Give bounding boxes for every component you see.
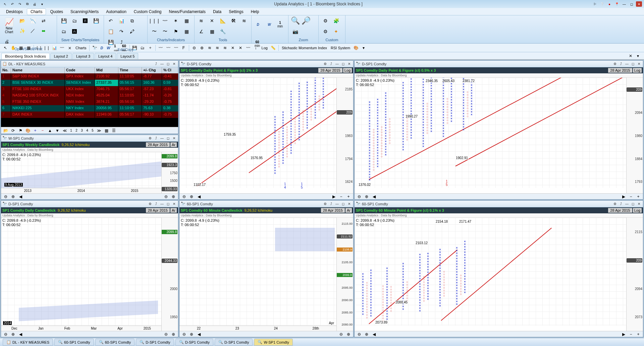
undo2-icon[interactable]: ↶ [106,16,115,25]
share-icon[interactable]: ⤴ [153,202,159,206]
menu-settings[interactable]: Settings [225,9,247,15]
minimize-icon[interactable]: — [621,1,627,7]
paste-icon[interactable]: 📋 [106,27,115,36]
km-page-4[interactable]: 4 [85,129,90,132]
share-icon[interactable]: ⤴ [618,202,624,206]
menu-quotes[interactable]: Quotes [47,9,66,15]
minus-icon[interactable]: − [338,193,344,200]
zoom-in-icon[interactable]: ⊕ [10,331,16,338]
tb-binoculars-icon[interactable]: 🔭 [91,45,98,51]
tb-f-icon[interactable]: F [180,45,187,51]
max-icon[interactable]: ◻ [630,202,636,206]
menu-coding[interactable]: Custom Coding [130,9,165,15]
gear-icon[interactable]: ⚙ [322,62,328,66]
menu-desktops[interactable]: Desktops [3,9,26,15]
flag-icon[interactable]: ⚐ [592,1,598,7]
close-icon[interactable]: ✕ [171,202,177,206]
angle-icon[interactable]: ∠ [197,27,206,36]
bottom-tab[interactable]: 🔍D-SP1 Comdty [215,339,253,346]
zoom-out-icon[interactable]: ⊖ [181,193,187,200]
table-row[interactable]: 7DAX INDEXDAX Index11949.0605:56:17-90.1… [1,112,178,118]
redo-icon[interactable]: ↷ [17,1,23,7]
tb-pf-icon[interactable]: ⨯ [66,45,73,51]
max-icon[interactable]: ◻ [630,62,636,66]
maximize-icon[interactable]: ◻ [629,1,635,7]
tb-cursor-icon[interactable]: ↖ [2,45,9,51]
table-row[interactable]: 5FTSE 350 INDEXNMX Index3874.2105:56:16-… [1,99,178,105]
tb-palette-icon[interactable]: 🎨 [353,45,359,51]
minus-icon[interactable]: − [628,331,634,338]
bottom-tab[interactable]: 🔍W-SP1 Comdty [254,339,293,346]
gear-icon[interactable]: ⚙ [147,136,153,141]
table-row[interactable]: 6NIKKEI 225NKY Index20058.9511:10:0575.6… [1,105,178,112]
close-icon[interactable]: ✕ [346,202,352,206]
tb-x2-icon[interactable]: ✕ [237,45,244,51]
cursor-icon[interactable]: ↖ [2,1,8,7]
tb-ruler-icon[interactable]: 📏 [270,45,277,51]
km-page-5[interactable]: 5 [90,129,95,132]
bottom-tab[interactable]: 🔍60-SP1 Comdty [54,339,94,346]
table-row[interactable]: 4NASDAQ 100 STOCK INDXNDX Index4525.0411… [1,92,178,99]
zoom-out2-icon[interactable]: ⊖ [163,193,169,200]
wave-icon[interactable]: 〜 [150,27,159,36]
km-first-icon[interactable]: ≪ [61,127,68,134]
close-icon[interactable]: ✕ [171,62,177,66]
tb-zoomin-icon[interactable]: ⊕ [199,45,205,51]
gear-icon[interactable]: ⚙ [322,202,328,206]
zoom-in-icon[interactable]: ⊕ [363,331,370,338]
zoom-in2-icon[interactable]: ⊕ [170,331,177,338]
calendar-icon[interactable]: ▦ [207,27,217,36]
tb-zig4-icon[interactable]: 〰 [245,45,252,51]
copy-icon[interactable]: ⧉ [24,1,30,7]
table-row[interactable]: 2BSE SENSEX 30 INDEXSENSEX Index27337.35… [1,80,178,86]
tb-1min[interactable]: 1min [113,44,120,52]
plus-icon[interactable]: + [635,193,642,200]
min-icon[interactable]: — [159,202,165,206]
tb-zoomout-icon[interactable]: ⊖ [191,45,198,51]
custom3-icon[interactable]: ⚙ [321,27,330,36]
line-icon[interactable]: ／ [28,26,38,36]
custom1-icon[interactable]: ⚙ [321,16,330,25]
arrows-icon[interactable]: ⇄ [39,16,48,25]
share-icon[interactable]: ⤴ [328,62,334,66]
save-chart-icon[interactable]: 💾 [59,16,68,25]
gear-icon[interactable]: ⚙ [147,202,153,206]
zoom-out-icon[interactable]: ⊖ [181,331,187,338]
share-icon[interactable]: ⤴ [618,62,624,66]
camera-icon[interactable]: 📷 [290,27,300,36]
km-grid-icon[interactable]: ▦ [103,127,110,134]
tb-grid-icon[interactable]: ▦ [17,45,24,51]
bottom-tab[interactable]: 🔍60-SP1 Comdty [95,339,135,346]
tb-zig-icon[interactable]: 〰 [59,45,65,51]
gear-icon[interactable]: ⚙ [612,202,618,206]
grid-icon[interactable]: ▦ [182,16,191,25]
zoom-in-icon[interactable]: ⊕ [363,193,370,200]
plus-icon[interactable]: + [345,193,352,200]
km-up-icon[interactable]: ▲ [47,127,53,134]
close-icon[interactable]: ✕ [346,62,352,66]
menu-automation[interactable]: Automation [103,9,130,15]
close-icon[interactable]: ✕ [636,202,642,206]
menu-charts[interactable]: Charts [27,8,46,15]
tb-candle-icon[interactable]: ❘❘ [36,45,42,51]
bottom-tab[interactable]: 🔍D-SP1 Comdty [136,339,174,346]
tb-d[interactable]: D [99,46,104,50]
redo2-icon[interactable]: ↷ [117,27,126,36]
tb-charts-label[interactable]: Charts [74,46,88,50]
tf-weekly[interactable]: W [265,16,274,33]
share-icon[interactable]: ⤴ [153,62,159,66]
min-icon[interactable]: — [159,136,165,141]
tf-1min[interactable]: 1min [276,16,284,33]
grid2-icon[interactable]: ▦ [182,27,191,36]
menu-data[interactable]: Data [210,9,225,15]
template2-icon[interactable]: 🗂 [59,27,68,36]
dropdown-icon[interactable]: ▾ [39,1,45,7]
tb-template-icon[interactable]: 🗂 [139,45,146,51]
km-page-2[interactable]: 2 [74,129,79,132]
layout-tab-2[interactable]: Layout 2 [50,53,72,59]
zoom-out-icon[interactable]: ⊖ [2,331,9,338]
zoom-out-icon[interactable]: ⊖ [356,193,363,200]
km-refresh-icon[interactable]: ⟳ [10,127,16,134]
zoom-out2-icon[interactable]: ⊖ [163,331,169,338]
max-icon[interactable]: ◻ [165,136,171,141]
